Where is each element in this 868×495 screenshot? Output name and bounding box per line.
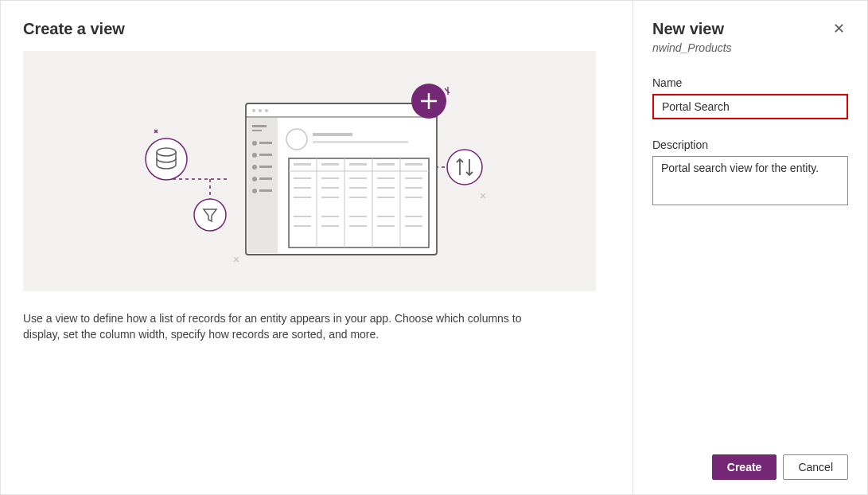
svg-rect-45 (321, 187, 339, 189)
left-panel: Create a view (1, 1, 633, 494)
svg-rect-37 (377, 163, 395, 166)
svg-rect-41 (349, 177, 367, 179)
svg-point-8 (252, 109, 255, 112)
svg-rect-38 (405, 163, 422, 166)
svg-rect-63 (405, 225, 422, 227)
name-label: Name (652, 76, 848, 89)
svg-rect-55 (321, 216, 339, 217)
description-textarea[interactable] (652, 156, 848, 205)
svg-rect-36 (349, 163, 367, 166)
svg-rect-24 (259, 189, 272, 192)
description-text: Use a view to define how a list of recor… (23, 310, 532, 343)
svg-point-6 (447, 150, 482, 185)
svg-rect-54 (294, 216, 311, 217)
description-label: Description (652, 138, 848, 151)
svg-rect-18 (259, 154, 272, 156)
svg-rect-22 (259, 177, 272, 180)
svg-rect-27 (313, 141, 408, 143)
create-button[interactable]: Create (712, 454, 777, 480)
panel-title: New view (652, 20, 724, 38)
svg-rect-46 (349, 187, 367, 189)
svg-rect-51 (349, 197, 367, 198)
svg-rect-39 (294, 177, 311, 179)
svg-rect-49 (294, 197, 311, 198)
svg-rect-12 (247, 118, 278, 253)
svg-rect-28 (289, 158, 429, 248)
svg-rect-35 (321, 163, 339, 166)
view-illustration-svg (127, 76, 492, 267)
svg-rect-47 (377, 187, 395, 189)
svg-point-3 (146, 138, 187, 180)
svg-rect-57 (377, 216, 395, 217)
svg-rect-44 (294, 187, 311, 189)
svg-rect-14 (252, 130, 262, 131)
page-title: Create a view (23, 20, 601, 38)
right-panel: New view ✕ nwind_Products Name Descripti… (633, 1, 867, 494)
svg-rect-34 (294, 163, 311, 166)
svg-rect-60 (321, 225, 339, 227)
svg-rect-40 (321, 177, 339, 179)
svg-rect-52 (377, 197, 395, 198)
svg-point-5 (194, 199, 226, 231)
svg-point-21 (252, 177, 257, 181)
svg-rect-26 (313, 133, 352, 136)
illustration (23, 51, 596, 291)
svg-point-23 (252, 189, 257, 193)
entity-subtitle: nwind_Products (652, 41, 848, 54)
svg-rect-56 (349, 216, 367, 217)
svg-rect-53 (405, 197, 422, 198)
cancel-button[interactable]: Cancel (783, 454, 848, 480)
svg-point-17 (252, 153, 257, 158)
svg-rect-43 (405, 177, 422, 179)
svg-rect-62 (377, 225, 395, 227)
svg-rect-42 (377, 177, 395, 179)
svg-rect-58 (405, 216, 422, 217)
svg-rect-13 (252, 125, 267, 127)
svg-point-15 (252, 141, 257, 146)
svg-rect-20 (259, 166, 272, 168)
close-icon: ✕ (833, 21, 845, 37)
svg-point-19 (252, 165, 257, 170)
svg-point-9 (259, 109, 262, 112)
name-input[interactable] (652, 94, 848, 119)
right-header: New view ✕ (652, 20, 848, 38)
close-button[interactable]: ✕ (830, 20, 848, 37)
svg-rect-50 (321, 197, 339, 198)
svg-rect-59 (294, 225, 311, 227)
svg-rect-16 (259, 142, 272, 144)
svg-rect-61 (349, 225, 367, 227)
svg-point-10 (265, 109, 268, 112)
footer-buttons: Create Cancel (652, 454, 848, 480)
svg-rect-48 (405, 187, 422, 189)
